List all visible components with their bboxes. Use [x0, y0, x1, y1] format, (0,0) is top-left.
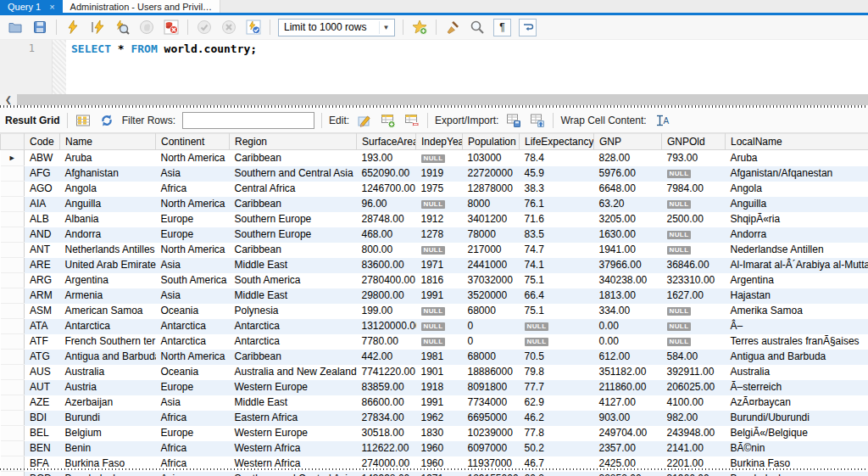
cell[interactable]: 70.5 — [520, 350, 594, 365]
cell[interactable]: 1971 — [416, 472, 463, 476]
cell[interactable]: Antarctica — [230, 319, 357, 334]
cell[interactable]: 4100.00 — [662, 395, 726, 411]
cell[interactable]: 7780.00 — [357, 334, 416, 350]
cell[interactable]: Antarctica — [156, 334, 230, 350]
cell[interactable]: Asia — [156, 288, 230, 304]
cell[interactable]: ATF — [25, 334, 60, 350]
cell[interactable]: 0.00 — [594, 334, 662, 350]
cell[interactable]: NULL — [416, 319, 463, 334]
row-selector[interactable] — [1, 182, 25, 197]
cell[interactable]: 1919 — [416, 166, 463, 182]
cell[interactable]: 46.2 — [520, 411, 594, 426]
export-recordset-icon[interactable] — [505, 112, 522, 129]
cell[interactable]: 828.00 — [594, 150, 662, 166]
cell[interactable]: AUT — [25, 380, 60, 395]
insert-row-icon[interactable] — [380, 112, 397, 129]
cell[interactable]: 7741220.00 — [357, 365, 416, 380]
cell[interactable]: 7734000 — [463, 395, 520, 411]
table-row[interactable]: ASMAmerican SamoaOceaniaPolynesia199.00N… — [1, 304, 868, 319]
cell[interactable]: Southern and Central Asia — [230, 166, 357, 182]
cell[interactable]: 6648.00 — [594, 182, 662, 197]
table-row[interactable]: AUSAustraliaOceaniaAustralia and New Zea… — [1, 365, 868, 380]
cell[interactable]: Burundi/Uburundi — [726, 411, 868, 426]
table-row[interactable]: ATFFrench Southern ter…AntarcticaAntarct… — [1, 334, 868, 350]
table-row[interactable]: AREUnited Arab EmiratesAsiaMiddle East83… — [1, 258, 868, 273]
cell[interactable]: 1627.00 — [662, 288, 726, 304]
cell[interactable]: Central Africa — [230, 182, 357, 197]
cell[interactable]: 103000 — [463, 150, 520, 166]
cell[interactable]: Oceania — [156, 365, 230, 380]
cell[interactable]: NULL — [662, 319, 726, 334]
cell[interactable]: 468.00 — [357, 227, 416, 243]
cell[interactable]: 1246700.00 — [357, 182, 416, 197]
table-row[interactable]: AZEAzerbaijanAsiaMiddle East86600.001991… — [1, 395, 868, 411]
cell[interactable]: Europe — [156, 380, 230, 395]
tab-query-1[interactable]: Query 1 × — [0, 0, 63, 13]
filter-rows-input[interactable] — [182, 112, 314, 129]
cell[interactable]: 78.4 — [520, 150, 594, 166]
cell[interactable]: Argentina — [60, 273, 156, 288]
row-selector[interactable] — [1, 441, 25, 456]
cell[interactable]: BEN — [25, 441, 60, 456]
cell[interactable]: 27834.00 — [357, 411, 416, 426]
cell[interactable]: 68000 — [463, 304, 520, 319]
cell[interactable]: Anguilla — [726, 197, 868, 212]
cell[interactable]: NULL — [416, 304, 463, 319]
cell[interactable]: AZE — [25, 395, 60, 411]
cell[interactable]: AzÃ¤rbaycan — [726, 395, 868, 411]
bottom-panel-splitter[interactable] — [0, 468, 868, 470]
explain-plan-icon[interactable] — [114, 19, 131, 36]
cell[interactable]: 323310.00 — [662, 273, 726, 288]
cell[interactable]: Armenia — [60, 288, 156, 304]
row-selector[interactable] — [1, 472, 25, 476]
cell[interactable]: 193.00 — [357, 150, 416, 166]
cell[interactable]: 6097000 — [463, 441, 520, 456]
column-header-indepyear[interactable]: IndepYear — [416, 134, 463, 150]
cell[interactable]: ARG — [25, 273, 60, 288]
scrollbar-thumb[interactable] — [17, 94, 868, 105]
cell[interactable]: Caribbean — [230, 243, 357, 258]
cell[interactable]: Africa — [156, 441, 230, 456]
cell[interactable]: Â– — [726, 319, 868, 334]
cell[interactable]: 12878000 — [463, 182, 520, 197]
column-header-gnp[interactable]: GNP — [594, 134, 662, 150]
cell[interactable]: ATG — [25, 350, 60, 365]
row-selector[interactable] — [1, 411, 25, 426]
table-row[interactable]: ATAAntarcticaAntarcticaAntarctica1312000… — [1, 319, 868, 334]
cell[interactable]: NULL — [520, 334, 594, 350]
cell[interactable]: 0 — [463, 334, 520, 350]
row-selector[interactable] — [1, 319, 25, 334]
cell[interactable]: Afghanistan — [60, 166, 156, 182]
cell[interactable]: 1971 — [416, 258, 463, 273]
table-row[interactable]: ARMArmeniaAsiaMiddle East29800.001991352… — [1, 288, 868, 304]
cell[interactable]: 10239000 — [463, 426, 520, 441]
grid-view-icon[interactable] — [75, 112, 92, 129]
row-selector[interactable] — [1, 227, 25, 243]
cell[interactable]: 243948.00 — [662, 426, 726, 441]
cell[interactable]: 1991 — [416, 395, 463, 411]
cell[interactable]: NULL — [662, 304, 726, 319]
cell[interactable]: Ã–sterreich — [726, 380, 868, 395]
cell[interactable]: AIA — [25, 197, 60, 212]
cell[interactable]: NULL — [662, 334, 726, 350]
cell[interactable]: Caribbean — [230, 150, 357, 166]
cell[interactable]: Asia — [156, 395, 230, 411]
row-selector[interactable] — [1, 380, 25, 395]
cell[interactable]: Aruba — [60, 150, 156, 166]
cell[interactable]: 28748.00 — [357, 212, 416, 227]
cell[interactable]: 3205.00 — [594, 212, 662, 227]
cell[interactable]: AFG — [25, 166, 60, 182]
cell[interactable]: 76.1 — [520, 197, 594, 212]
row-selector[interactable] — [1, 365, 25, 380]
cell[interactable]: French Southern ter… — [60, 334, 156, 350]
cell[interactable]: 1901 — [416, 365, 463, 380]
cell[interactable]: 351182.00 — [594, 365, 662, 380]
cell[interactable]: ANT — [25, 243, 60, 258]
cell[interactable]: ARM — [25, 288, 60, 304]
cell[interactable]: Antarctica — [230, 334, 357, 350]
table-row[interactable]: ATGAntigua and BarbudaNorth AmericaCarib… — [1, 350, 868, 365]
cell[interactable]: Nederlandse Antillen — [726, 243, 868, 258]
cell[interactable]: 4127.00 — [594, 395, 662, 411]
cell[interactable]: Antigua and Barbuda — [726, 350, 868, 365]
column-header-region[interactable]: Region — [230, 134, 357, 150]
